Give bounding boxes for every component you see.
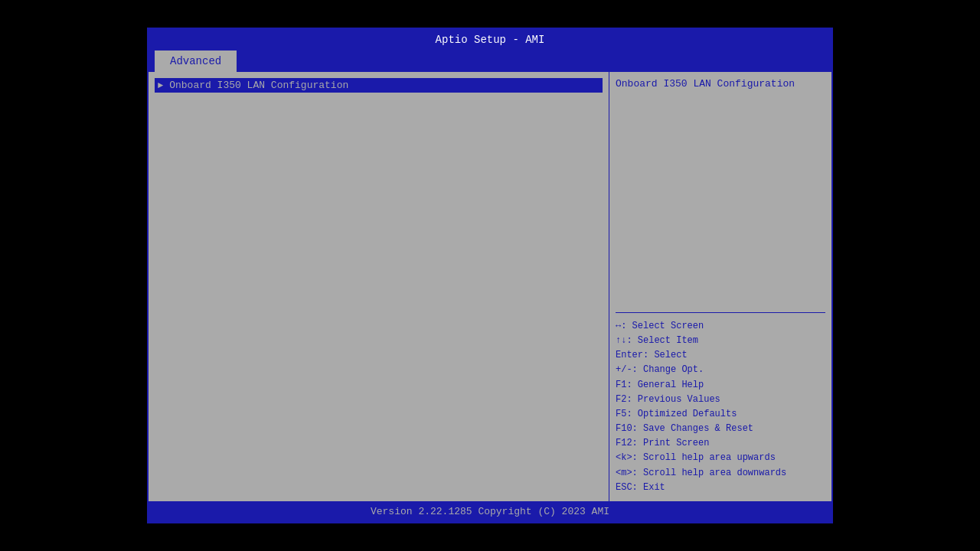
- menu-item-arrow: ►: [158, 80, 163, 91]
- key-m: <m>: Scroll help area downwards: [616, 466, 825, 481]
- left-panel: ► Onboard I350 LAN Configuration: [149, 72, 609, 501]
- footer-text: Version 2.22.1285 Copyright (C) 2023 AMI: [371, 506, 609, 517]
- menu-bar: Advanced: [149, 51, 831, 72]
- key-select-item: ↑↓: Select Item: [616, 334, 825, 348]
- title-bar: Aptio Setup - AMI: [149, 29, 831, 51]
- menu-item-lan[interactable]: ► Onboard I350 LAN Configuration: [155, 78, 603, 93]
- help-keys: ↔: Select Screen ↑↓: Select Item Enter: …: [616, 319, 825, 495]
- key-f5: F5: Optimized Defaults: [616, 407, 825, 422]
- key-f2: F2: Previous Values: [616, 393, 825, 407]
- menu-item-label: Onboard I350 LAN Configuration: [169, 80, 348, 91]
- key-enter: Enter: Select: [616, 348, 825, 363]
- tab-advanced[interactable]: Advanced: [155, 51, 237, 72]
- key-esc: ESC: Exit: [616, 481, 825, 495]
- footer: Version 2.22.1285 Copyright (C) 2023 AMI: [149, 501, 831, 522]
- help-title: Onboard I350 LAN Configuration: [616, 78, 825, 90]
- key-f10: F10: Save Changes & Reset: [616, 422, 825, 436]
- bios-window: Aptio Setup - AMI Advanced ► Onboard I35…: [147, 28, 833, 523]
- key-f1: F1: General Help: [616, 378, 825, 393]
- key-k: <k>: Scroll help area upwards: [616, 451, 825, 465]
- help-divider: [616, 312, 825, 313]
- key-select-screen: ↔: Select Screen: [616, 319, 825, 334]
- right-panel: Onboard I350 LAN Configuration ↔: Select…: [609, 72, 831, 501]
- app-title: Aptio Setup - AMI: [436, 34, 545, 46]
- main-content: ► Onboard I350 LAN Configuration Onboard…: [149, 72, 831, 501]
- help-section: Onboard I350 LAN Configuration: [616, 78, 825, 306]
- key-f12: F12: Print Screen: [616, 436, 825, 451]
- key-change-opt: +/-: Change Opt.: [616, 363, 825, 377]
